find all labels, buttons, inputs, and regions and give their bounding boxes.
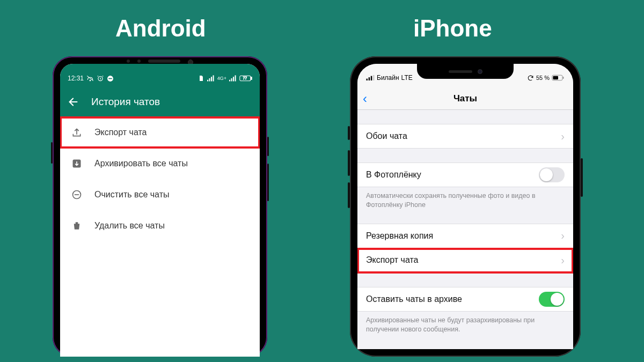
svg-rect-4 xyxy=(207,80,208,82)
trash-icon xyxy=(71,220,83,232)
toggle-on[interactable] xyxy=(539,292,565,307)
signal-icon xyxy=(366,75,375,80)
row-export-chat[interactable]: Экспорт чата xyxy=(60,117,260,148)
back-icon[interactable] xyxy=(68,96,79,108)
section-description: Автоматически сохранять полученные фото … xyxy=(357,187,573,210)
row-label: Удалить все чаты xyxy=(94,221,165,231)
row-label: В Фотоплёнку xyxy=(366,170,421,180)
svg-rect-17 xyxy=(367,79,368,80)
svg-rect-13 xyxy=(251,77,252,80)
signal-icon xyxy=(229,75,237,82)
side-button xyxy=(267,164,269,201)
svg-rect-20 xyxy=(373,75,375,80)
settings-section: Резервная копия › Экспорт чата › xyxy=(357,224,573,273)
row-delete-all[interactable]: Удалить все чаты xyxy=(60,210,260,241)
side-button xyxy=(348,182,350,208)
alarm-icon xyxy=(97,75,104,82)
svg-rect-23 xyxy=(563,77,564,79)
back-icon[interactable]: ‹ xyxy=(363,91,367,106)
phone-frame-android: 12:31 4G+ 77 История чатов xyxy=(53,56,267,357)
svg-rect-3 xyxy=(108,78,112,79)
row-label: Архивировать все чаты xyxy=(94,159,188,168)
row-clear-all[interactable]: Очистить все чаты xyxy=(60,179,260,210)
side-button xyxy=(581,158,583,197)
side-button xyxy=(348,150,350,176)
signal-icon xyxy=(207,75,215,82)
toggle-off[interactable] xyxy=(539,167,565,182)
chevron-right-icon: › xyxy=(561,130,565,143)
carrier-label: Билайн xyxy=(377,74,399,82)
row-label: Экспорт чата xyxy=(366,255,419,265)
network-label: LTE xyxy=(401,74,413,82)
svg-rect-6 xyxy=(211,77,212,81)
row-wallpaper[interactable]: Обои чата › xyxy=(357,124,573,149)
android-screen: 12:31 4G+ 77 История чатов xyxy=(60,64,260,357)
nav-title: Чаты xyxy=(453,93,477,104)
notch xyxy=(417,64,514,79)
settings-list: Экспорт чата Архивировать все чаты Очист… xyxy=(60,117,260,241)
archive-icon xyxy=(71,158,83,169)
svg-text:77: 77 xyxy=(243,76,247,80)
row-save-to-camera-roll[interactable]: В Фотоплёнку xyxy=(357,162,573,187)
svg-rect-10 xyxy=(233,77,234,81)
svg-rect-18 xyxy=(369,77,370,80)
row-label: Экспорт чата xyxy=(94,128,147,137)
nav-bar: ‹ Чаты xyxy=(357,87,573,110)
row-label: Оставить чаты в архиве xyxy=(366,294,462,304)
svg-rect-22 xyxy=(553,76,558,79)
section-description: Архивированные чаты не будут разархивиро… xyxy=(357,312,573,334)
svg-rect-9 xyxy=(231,78,232,82)
chevron-right-icon: › xyxy=(561,230,565,242)
side-button xyxy=(267,137,269,156)
settings-section: В Фотоплёнку Автоматически сохранять пол… xyxy=(357,162,573,210)
row-label: Очистить все чаты xyxy=(94,190,169,200)
minus-circle-icon xyxy=(71,189,83,201)
sim-icon xyxy=(198,75,204,82)
heading-iphone: iPhone xyxy=(413,15,492,42)
phone-frame-iphone: Билайн LTE 55 % ‹ Чаты Обои чата › В Фот… xyxy=(350,56,581,357)
row-label: Резервная копия xyxy=(366,231,433,241)
status-bar: 12:31 4G+ 77 xyxy=(60,64,260,87)
side-button xyxy=(51,142,53,164)
settings-section: Оставить чаты в архиве Архивированные ча… xyxy=(357,287,573,334)
svg-rect-11 xyxy=(235,75,236,81)
status-time: 12:31 xyxy=(68,75,84,82)
row-archive-all[interactable]: Архивировать все чаты xyxy=(60,148,260,179)
svg-rect-19 xyxy=(371,76,372,80)
mute-icon xyxy=(86,75,94,82)
chevron-right-icon: › xyxy=(561,254,565,267)
row-backup[interactable]: Резервная копия › xyxy=(357,224,573,248)
side-button xyxy=(348,126,350,140)
heading-android: Android xyxy=(115,15,206,42)
row-export-chat[interactable]: Экспорт чата › xyxy=(357,248,573,273)
battery-percent: 55 % xyxy=(536,75,550,81)
row-label: Обои чата xyxy=(366,131,407,141)
svg-rect-5 xyxy=(209,78,210,82)
page-title: История чатов xyxy=(91,96,160,108)
settings-section: Обои чата › xyxy=(357,124,573,149)
row-keep-archived[interactable]: Оставить чаты в архиве xyxy=(357,287,573,312)
upload-icon xyxy=(71,127,83,138)
sync-icon xyxy=(527,75,534,82)
battery-icon xyxy=(552,75,565,81)
network-4g-icon: 4G+ xyxy=(217,76,226,81)
battery-icon: 77 xyxy=(239,75,252,82)
svg-point-0 xyxy=(90,80,91,81)
svg-rect-8 xyxy=(229,80,230,82)
svg-rect-7 xyxy=(213,75,214,81)
iphone-screen: Билайн LTE 55 % ‹ Чаты Обои чата › В Фот… xyxy=(357,64,573,349)
dnd-icon xyxy=(107,75,114,82)
app-header: История чатов xyxy=(60,87,260,116)
